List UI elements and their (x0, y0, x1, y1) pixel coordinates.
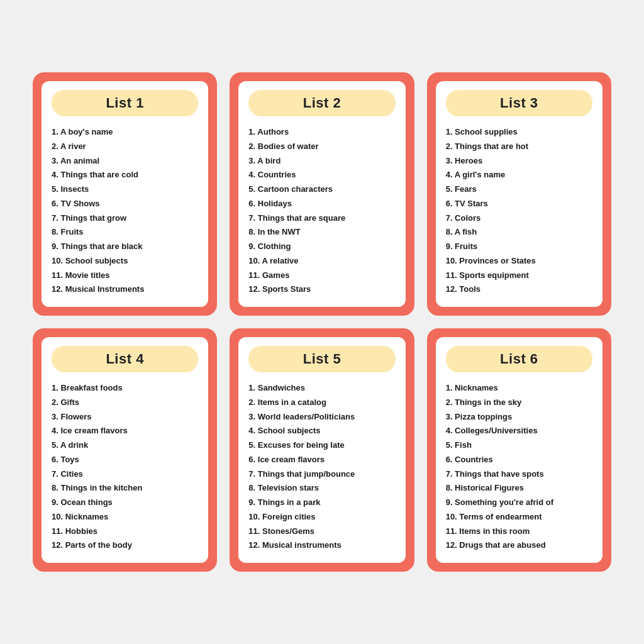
card-inner-list3: List 31. School supplies2. Things that a… (436, 81, 602, 307)
card-list-list3: 1. School supplies2. Things that are hot… (446, 125, 592, 297)
card-list5: List 51. Sandwiches2. Items in a catalog… (230, 328, 414, 572)
list-item: 5. A drink (52, 438, 198, 453)
list-item: 6. Holidays (248, 197, 395, 211)
list-item: 8. Television stars (248, 481, 395, 496)
list-item: 9. Things in a park (248, 496, 395, 510)
list-item: 7. Things that jump/bounce (248, 467, 395, 482)
card-list6: List 61. Nicknames2. Things in the sky3.… (427, 328, 611, 572)
list-item: 12. Drugs that are abused (446, 538, 592, 553)
list-item: 7. Colors (446, 211, 592, 226)
list-item: 9. Ocean things (52, 496, 198, 510)
list-item: 11. Stones/Gems (248, 525, 395, 539)
card-title-wrap-list5: List 5 (248, 346, 395, 372)
list-item: 3. World leaders/Politicians (248, 410, 395, 425)
list-item: 2. Things that are hot (446, 140, 592, 154)
card-title-list2: List 2 (258, 95, 385, 111)
list-item: 3. Flowers (52, 410, 198, 425)
card-title-list6: List 6 (456, 351, 582, 367)
card-title-wrap-list4: List 4 (52, 346, 198, 372)
list-item: 11. Hobbies (52, 525, 198, 539)
card-list-list5: 1. Sandwiches2. Items in a catalog3. Wor… (248, 381, 395, 553)
list-item: 2. A river (52, 140, 198, 154)
card-title-list3: List 3 (456, 95, 582, 111)
list-item: 10. Foreign cities (248, 510, 395, 525)
list-item: 12. Musical Instruments (52, 282, 198, 297)
card-title-wrap-list6: List 6 (446, 346, 592, 372)
card-list-list6: 1. Nicknames2. Things in the sky3. Pizza… (446, 381, 592, 553)
list-item: 4. Countries (248, 168, 395, 182)
list-item: 1. Nicknames (446, 381, 592, 396)
list-item: 3. A bird (248, 154, 395, 169)
list-item: 11. Games (248, 269, 395, 283)
list-item: 12. Musical instruments (248, 538, 395, 553)
list-item: 9. Fruits (446, 240, 592, 254)
list-item: 1. School supplies (446, 125, 592, 140)
list-item: 4. Colleges/Universities (446, 424, 592, 438)
list-item: 8. In the NWT (248, 225, 395, 240)
list-item: 6. TV Shows (52, 197, 198, 211)
card-title-list5: List 5 (258, 351, 385, 367)
list-item: 7. Cities (52, 467, 198, 482)
list-item: 6. Toys (52, 453, 198, 467)
list-item: 7. Things that have spots (446, 467, 592, 482)
card-list-list1: 1. A boy's name2. A river3. An animal4. … (52, 125, 198, 297)
list-item: 12. Tools (446, 282, 592, 297)
list-item: 7. Things that are square (248, 211, 395, 226)
list-item: 8. A fish (446, 225, 592, 240)
card-inner-list6: List 61. Nicknames2. Things in the sky3.… (436, 337, 602, 563)
list-item: 5. Cartoon characters (248, 182, 395, 197)
list-item: 10. A relative (248, 254, 395, 269)
list-item: 10. Provinces or States (446, 254, 592, 269)
list-item: 2. Gifts (52, 396, 198, 410)
list-item: 8. Things in the kitchen (52, 481, 198, 496)
list-item: 1. Sandwiches (248, 381, 395, 396)
list-item: 6. TV Stars (446, 197, 592, 211)
list-item: 1. Breakfast foods (52, 381, 198, 396)
list-item: 5. Excuses for being late (248, 438, 395, 453)
list-item: 5. Insects (52, 182, 198, 197)
list-item: 9. Something you're afrid of (446, 496, 592, 510)
lists-grid: List 11. A boy's name2. A river3. An ani… (33, 72, 611, 572)
list-item: 4. Things that are cold (52, 168, 198, 182)
card-title-list4: List 4 (62, 351, 188, 367)
list-item: 6. Ice cream flavors (248, 453, 395, 467)
list-item: 12. Parts of the body (52, 538, 198, 553)
list-item: 3. Pizza toppings (446, 410, 592, 425)
card-list-list2: 1. Authors2. Bodies of water3. A bird4. … (248, 125, 395, 297)
list-item: 3. An animal (52, 154, 198, 169)
list-item: 8. Fruits (52, 225, 198, 240)
list-item: 1. A boy's name (52, 125, 198, 140)
list-item: 5. Fears (446, 182, 592, 197)
list-item: 11. Movie titles (52, 269, 198, 283)
list-item: 10. School subjects (52, 254, 198, 269)
card-inner-list4: List 41. Breakfast foods2. Gifts3. Flowe… (42, 337, 208, 563)
list-item: 2. Bodies of water (248, 140, 395, 154)
list-item: 9. Clothing (248, 240, 395, 254)
list-item: 4. School subjects (248, 424, 395, 438)
card-title-wrap-list1: List 1 (52, 90, 198, 116)
list-item: 10. Nicknames (52, 510, 198, 525)
card-list2: List 21. Authors2. Bodies of water3. A b… (230, 72, 414, 316)
list-item: 7. Things that grow (52, 211, 198, 226)
card-inner-list2: List 21. Authors2. Bodies of water3. A b… (238, 81, 405, 307)
list-item: 4. A girl's name (446, 168, 592, 182)
list-item: 6. Countries (446, 453, 592, 467)
list-item: 1. Authors (248, 125, 395, 140)
card-title-wrap-list2: List 2 (248, 90, 395, 116)
card-list3: List 31. School supplies2. Things that a… (427, 72, 611, 316)
list-item: 10. Terms of endearment (446, 510, 592, 525)
list-item: 12. Sports Stars (248, 282, 395, 297)
list-item: 5. Fish (446, 438, 592, 453)
list-item: 11. Sports equipment (446, 269, 592, 283)
card-inner-list1: List 11. A boy's name2. A river3. An ani… (42, 81, 208, 307)
list-item: 8. Historical Figures (446, 481, 592, 496)
page: List 11. A boy's name2. A river3. An ani… (20, 60, 624, 584)
card-list-list4: 1. Breakfast foods2. Gifts3. Flowers4. I… (52, 381, 198, 553)
card-list4: List 41. Breakfast foods2. Gifts3. Flowe… (33, 328, 217, 572)
card-title-list1: List 1 (62, 95, 188, 111)
list-item: 9. Things that are black (52, 240, 198, 254)
card-list1: List 11. A boy's name2. A river3. An ani… (33, 72, 217, 316)
card-title-wrap-list3: List 3 (446, 90, 592, 116)
list-item: 2. Things in the sky (446, 396, 592, 410)
list-item: 11. Items in this room (446, 525, 592, 539)
